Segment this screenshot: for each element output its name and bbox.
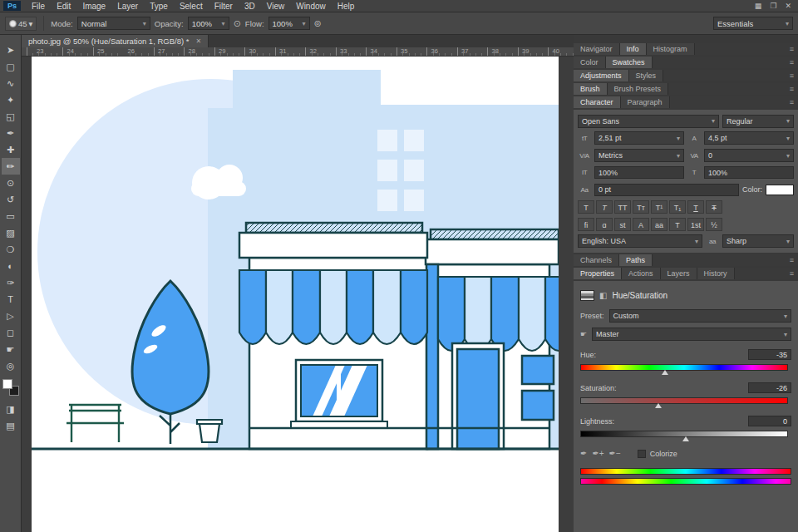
vertical-scale-field[interactable]: 100%: [594, 166, 684, 179]
document-tab[interactable]: photo.jpg @ 50% (Hue/Saturation 1, RGB/8…: [22, 35, 209, 47]
language-select[interactable]: English: USA ▾: [578, 234, 702, 248]
menu-item-layer[interactable]: Layer: [111, 2, 144, 11]
leading-select[interactable]: 4,5 pt ▾: [704, 131, 794, 145]
style-button-4[interactable]: T¹: [651, 200, 667, 214]
style-button-6[interactable]: T: [687, 200, 704, 214]
panel-menu-icon[interactable]: ≡: [786, 268, 798, 279]
menu-item-image[interactable]: Image: [76, 2, 111, 11]
style-button-7[interactable]: Ŧ: [706, 200, 722, 214]
channel-select[interactable]: Master ▾: [592, 328, 791, 341]
eyedropper-icon[interactable]: ✒: [580, 449, 587, 458]
baseline-shift-field[interactable]: 0 pt: [594, 184, 739, 196]
tab-paths[interactable]: Paths: [619, 254, 653, 266]
zoom-tool[interactable]: ◎: [2, 357, 20, 374]
healing-brush-tool[interactable]: ✚: [2, 141, 20, 158]
panel-menu-icon[interactable]: ≡: [786, 43, 798, 55]
tab-brush-presets[interactable]: Brush Presets: [608, 83, 669, 95]
path-select-tool[interactable]: ▷: [2, 308, 20, 324]
pressure-opacity-icon[interactable]: ⊙: [234, 18, 241, 29]
opentype-button-5[interactable]: T: [669, 218, 686, 231]
horizontal-scale-field[interactable]: 100%: [704, 166, 794, 179]
font-family-select[interactable]: Open Sans ▾: [578, 115, 719, 128]
tab-info[interactable]: Info: [620, 43, 647, 55]
eyedropper-add-icon[interactable]: ✒+: [592, 449, 603, 458]
mode-select[interactable]: Normal ▾: [77, 17, 150, 30]
tab-paragraph[interactable]: Paragraph: [621, 96, 670, 108]
workspace-select[interactable]: Essentials ▾: [713, 17, 793, 30]
grid-icon[interactable]: ▦: [755, 2, 762, 10]
lightness-slider-handle[interactable]: [682, 436, 689, 441]
opentype-button-1[interactable]: ɑ: [596, 218, 613, 231]
tab-properties[interactable]: Properties: [574, 268, 622, 279]
colorize-checkbox[interactable]: [638, 450, 646, 458]
style-button-1[interactable]: T: [596, 200, 613, 214]
history-brush-tool[interactable]: ↺: [2, 191, 20, 208]
style-button-3[interactable]: Tᴛ: [633, 200, 649, 214]
brush-tool[interactable]: ✏: [2, 158, 20, 175]
opentype-button-6[interactable]: 1st: [687, 218, 704, 231]
panel-menu-icon[interactable]: ≡: [786, 96, 798, 108]
menu-item-select[interactable]: Select: [174, 2, 209, 11]
lightness-value-field[interactable]: 0: [748, 416, 791, 426]
tab-color[interactable]: Color: [574, 57, 606, 68]
panel-menu-icon[interactable]: ≡: [786, 83, 798, 95]
type-tool[interactable]: T: [2, 291, 20, 308]
quick-mask-icon[interactable]: ◨: [2, 401, 20, 417]
tracking-select[interactable]: 0 ▾: [704, 149, 794, 162]
dodge-tool[interactable]: ◐: [2, 258, 20, 274]
lasso-tool[interactable]: ∿: [2, 75, 20, 91]
opentype-button-3[interactable]: A: [633, 218, 649, 231]
clip-to-layer-icon[interactable]: ◧: [599, 291, 607, 300]
eyedropper-subtract-icon[interactable]: ✒−: [609, 449, 621, 458]
font-style-select[interactable]: Regular ▾: [722, 115, 794, 128]
saturation-slider-handle[interactable]: [655, 403, 662, 408]
panel-menu-icon[interactable]: ≡: [786, 70, 798, 81]
tab-histogram[interactable]: Histogram: [647, 43, 695, 55]
menu-item-type[interactable]: Type: [144, 2, 174, 11]
close-icon[interactable]: ✕: [785, 2, 791, 10]
screen-mode-icon[interactable]: ▤: [2, 417, 20, 434]
tab-brush[interactable]: Brush: [574, 83, 608, 95]
opentype-button-2[interactable]: st: [614, 218, 631, 231]
hue-value-field[interactable]: -35: [748, 349, 791, 360]
lightness-slider[interactable]: [580, 429, 791, 441]
saturation-value-field[interactable]: -26: [748, 382, 791, 393]
tab-adjustments[interactable]: Adjustments: [574, 70, 629, 81]
menu-item-view[interactable]: View: [261, 2, 291, 11]
flow-select[interactable]: 100% ▾: [268, 17, 310, 30]
close-icon[interactable]: ✕: [195, 37, 201, 45]
menu-item-filter[interactable]: Filter: [209, 2, 239, 11]
document-canvas[interactable]: [32, 57, 559, 532]
tab-layers[interactable]: Layers: [661, 268, 697, 279]
menu-item-edit[interactable]: Edit: [51, 2, 76, 11]
move-tool[interactable]: ➤: [2, 42, 20, 58]
tab-swatches[interactable]: Swatches: [606, 57, 653, 68]
menu-item-file[interactable]: File: [26, 2, 51, 11]
clone-stamp-tool[interactable]: ⊙: [2, 175, 20, 191]
opentype-button-0[interactable]: fi: [578, 218, 594, 231]
marquee-tool[interactable]: ▢: [2, 58, 20, 75]
style-button-2[interactable]: TT: [614, 200, 631, 214]
kerning-select[interactable]: Metrics ▾: [594, 149, 684, 162]
brush-preset-picker[interactable]: 45 ▾: [5, 17, 37, 31]
eyedropper-tool[interactable]: ✒: [2, 125, 20, 141]
opacity-select[interactable]: 100% ▾: [188, 17, 229, 30]
eraser-tool[interactable]: ▭: [2, 208, 20, 224]
shape-tool[interactable]: ◻: [2, 324, 20, 341]
tab-character[interactable]: Character: [574, 96, 621, 108]
font-size-select[interactable]: 2,51 pt ▾: [594, 131, 684, 145]
airbrush-icon[interactable]: ⊚: [314, 18, 322, 29]
gradient-tool[interactable]: ▨: [2, 224, 20, 241]
menu-item-window[interactable]: Window: [290, 2, 332, 11]
panel-menu-icon[interactable]: ≡: [786, 254, 798, 266]
crop-tool[interactable]: ◱: [2, 108, 20, 125]
hand-tool[interactable]: ☛: [2, 341, 20, 357]
style-button-0[interactable]: T: [578, 200, 594, 214]
menu-item-help[interactable]: Help: [332, 2, 361, 11]
pen-tool[interactable]: ✑: [2, 274, 20, 291]
tab-actions[interactable]: Actions: [622, 268, 661, 279]
quick-select-tool[interactable]: ✦: [2, 91, 20, 108]
targeted-adjustment-icon[interactable]: ☛: [580, 330, 587, 338]
opentype-button-7[interactable]: ½: [706, 218, 722, 231]
tab-styles[interactable]: Styles: [629, 70, 664, 81]
